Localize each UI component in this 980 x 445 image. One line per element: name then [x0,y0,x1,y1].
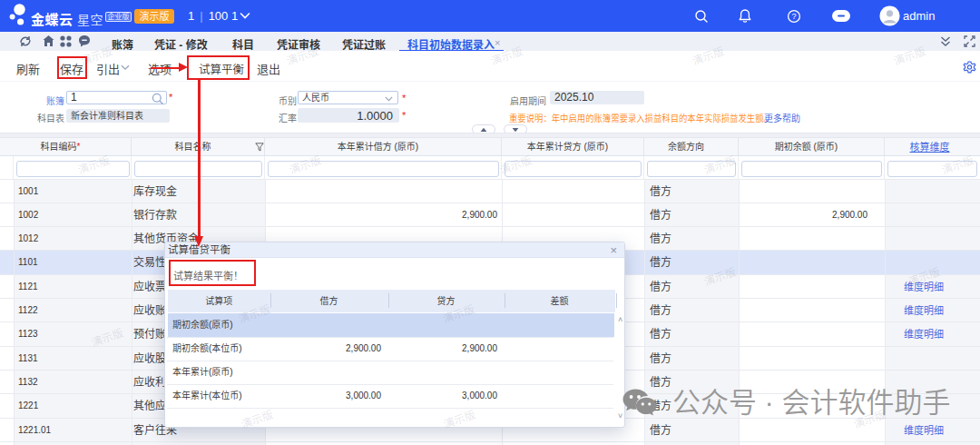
svg-text:?: ? [791,12,796,21]
